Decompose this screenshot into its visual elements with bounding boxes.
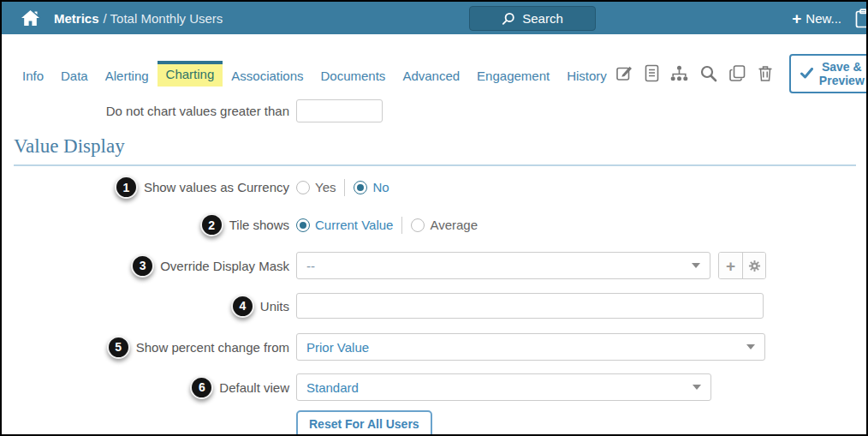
step-6-badge: 6	[190, 376, 213, 399]
step-3-badge: 3	[131, 254, 154, 278]
edit-icon[interactable]	[615, 64, 633, 82]
breadcrumb: Metrics/ Total Monthly Users	[54, 11, 223, 26]
mask-settings-button[interactable]	[742, 253, 765, 278]
units-row: 4 Units	[2, 293, 866, 319]
percent-change-label: Show percent change from	[136, 340, 289, 355]
search-icon[interactable]	[699, 64, 717, 82]
tab-data[interactable]: Data	[52, 59, 97, 88]
currency-no-radio[interactable]: No	[354, 180, 389, 194]
tile-average-label: Average	[430, 218, 478, 232]
default-view-row: 6 Default view Standard	[2, 373, 866, 401]
radio-selected-icon	[296, 218, 310, 232]
save-preview-label: Save & Preview	[819, 60, 865, 87]
home-icon[interactable]	[21, 9, 40, 27]
tab-advanced[interactable]: Advanced	[394, 59, 468, 88]
divider	[344, 179, 345, 196]
display-mask-label: Override Display Mask	[160, 259, 289, 273]
gear-icon	[748, 260, 761, 272]
clipboard-icon[interactable]	[855, 9, 868, 28]
app-window: Metrics/ Total Monthly Users Search + Ne…	[0, 0, 868, 436]
units-label: Units	[260, 299, 289, 314]
tab-charting[interactable]: Charting	[158, 61, 223, 87]
tile-current-value-radio[interactable]: Current Value	[296, 218, 393, 232]
chevron-down-icon	[692, 263, 700, 268]
tab-documents[interactable]: Documents	[312, 59, 395, 88]
delete-icon[interactable]	[758, 64, 773, 82]
units-input[interactable]	[296, 293, 764, 319]
percent-change-value: Prior Value	[306, 340, 369, 355]
tab-alerting[interactable]: Alerting	[97, 59, 158, 88]
new-button[interactable]: + New...	[792, 10, 841, 27]
currency-row: 1 Show values as Currency Yes No	[2, 176, 866, 199]
step-5-badge: 5	[107, 336, 130, 359]
sitemap-icon[interactable]	[670, 65, 688, 81]
search-button[interactable]: Search	[469, 6, 596, 31]
search-button-label: Search	[522, 11, 563, 26]
currency-label: Show values as Currency	[144, 180, 289, 194]
search-icon	[502, 12, 515, 26]
plus-icon: +	[792, 10, 801, 27]
tile-average-radio[interactable]: Average	[411, 218, 478, 232]
chevron-down-icon	[693, 385, 701, 390]
tab-bar: Info Data Alerting Charting Associations…	[14, 60, 856, 87]
radio-unselected-icon	[411, 218, 425, 232]
tile-shows-row: 2 Tile shows Current Value Average	[2, 213, 866, 236]
tab-engagement[interactable]: Engagement	[468, 59, 558, 88]
tab-associations[interactable]: Associations	[223, 59, 312, 88]
tab-info[interactable]: Info	[14, 59, 52, 88]
divider	[401, 217, 402, 234]
display-mask-row: 3 Override Display Mask -- +	[2, 252, 866, 279]
copy-icon[interactable]	[728, 64, 746, 82]
radio-unselected-icon	[296, 181, 310, 194]
tile-current-value-label: Current Value	[315, 218, 393, 232]
step-1-badge: 1	[115, 176, 138, 199]
currency-yes-radio[interactable]: Yes	[296, 180, 336, 194]
top-navigation-bar: Metrics/ Total Monthly Users Search + Ne…	[2, 2, 866, 34]
topbar-actions: + New...	[792, 2, 868, 34]
max-chart-value-label: Do not chart values greater than	[106, 104, 289, 118]
step-2-badge: 2	[200, 213, 223, 236]
percent-change-select[interactable]: Prior Value	[296, 333, 765, 361]
add-mask-button[interactable]: +	[719, 253, 742, 278]
default-view-select[interactable]: Standard	[296, 373, 711, 401]
currency-no-label: No	[372, 180, 389, 194]
default-view-label: Default view	[219, 380, 289, 395]
tile-shows-label: Tile shows	[229, 218, 289, 232]
reset-all-users-button[interactable]: Reset For All Users	[296, 410, 432, 436]
breadcrumb-item: / Total Monthly Users	[104, 11, 223, 26]
percent-change-row: 5 Show percent change from Prior Value	[2, 333, 866, 361]
document-icon[interactable]	[645, 64, 659, 82]
breadcrumb-section: Metrics	[54, 11, 99, 26]
display-mask-value: --	[306, 259, 315, 273]
max-chart-value-row: Do not chart values greater than	[2, 99, 866, 122]
toolbar: Save & Preview	[615, 54, 868, 93]
plus-icon: +	[726, 258, 735, 274]
chevron-down-icon	[746, 344, 755, 349]
display-mask-select[interactable]: --	[296, 252, 710, 279]
step-4-badge: 4	[231, 295, 254, 318]
section-title: Value Display	[14, 135, 856, 166]
new-button-label: New...	[806, 11, 841, 26]
display-mask-buttons: +	[718, 252, 766, 279]
radio-selected-icon	[354, 181, 367, 194]
check-icon	[800, 68, 813, 79]
default-view-value: Standard	[306, 380, 359, 395]
tab-history[interactable]: History	[558, 59, 615, 88]
reset-row: Reset For All Users	[296, 410, 866, 436]
save-preview-button[interactable]: Save & Preview	[789, 54, 868, 93]
max-chart-value-input[interactable]	[296, 99, 383, 122]
currency-yes-label: Yes	[315, 180, 336, 194]
